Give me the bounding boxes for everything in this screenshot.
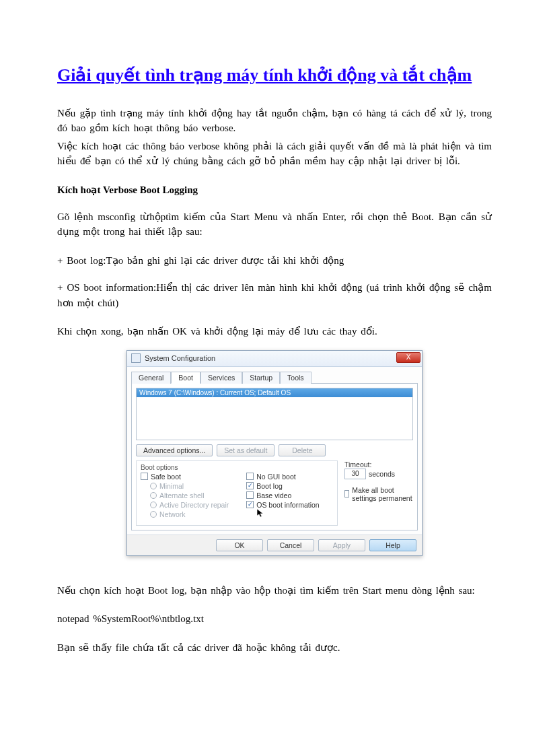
boot-options-group: Boot options Safe boot Minimal bbox=[136, 460, 338, 526]
help-button[interactable]: Help bbox=[369, 539, 416, 551]
safe-boot-label: Safe boot bbox=[151, 473, 181, 481]
tab-services[interactable]: Services bbox=[200, 372, 242, 384]
boot-options-left-col: Safe boot Minimal Alternate shell bbox=[141, 473, 229, 521]
osbootinfo-checkbox[interactable]: ✓ OS boot information bbox=[246, 501, 319, 509]
basevideo-label: Base video bbox=[256, 491, 291, 500]
bootlog-label: Boot log bbox=[256, 482, 283, 490]
checkbox-checked-icon: ✓ bbox=[246, 482, 254, 489]
paragraph-2: Việc kích hoạt các thông báo verbose khô… bbox=[57, 139, 492, 169]
minimal-radio: Minimal bbox=[141, 482, 229, 490]
os-listbox[interactable]: Windows 7 (C:\Windows) : Current OS; Def… bbox=[136, 388, 413, 440]
set-default-button[interactable]: Set as default bbox=[217, 444, 274, 456]
permanent-checkbox[interactable]: Make all boot settings permanent bbox=[344, 486, 413, 502]
tab-strip: General Boot Services Startup Tools bbox=[127, 367, 422, 383]
boot-options-right-col: No GUI boot ✓ Boot log Base video bbox=[246, 473, 319, 521]
osbootinfo-label: OS boot information bbox=[256, 501, 319, 509]
cancel-button[interactable]: Cancel bbox=[267, 539, 314, 551]
mid-button-row: Advanced options... Set as default Delet… bbox=[136, 444, 413, 456]
adrepair-radio: Active Directory repair bbox=[141, 501, 229, 509]
adrepair-label: Active Directory repair bbox=[159, 501, 229, 509]
altshell-radio: Alternate shell bbox=[141, 491, 229, 500]
system-configuration-dialog: System Configuration X General Boot Serv… bbox=[126, 350, 423, 556]
network-radio: Network bbox=[141, 510, 229, 518]
checkbox-icon bbox=[344, 490, 349, 497]
radio-icon bbox=[150, 483, 157, 489]
dialog-titlebar: System Configuration X bbox=[127, 351, 422, 367]
paragraph-8: notepad %SystemRoot%\ntbtlog.txt bbox=[57, 611, 492, 627]
permanent-label: Make all boot settings permanent bbox=[352, 486, 413, 502]
paragraph-1: Nếu gặp tình trạng máy tính khởi động ha… bbox=[57, 106, 492, 136]
basevideo-checkbox[interactable]: Base video bbox=[246, 491, 319, 500]
tab-startup[interactable]: Startup bbox=[242, 372, 280, 384]
page-title: Giải quyết tình trạng máy tính khởi động… bbox=[57, 64, 492, 87]
delete-button[interactable]: Delete bbox=[279, 444, 326, 456]
dialog-title: System Configuration bbox=[145, 354, 215, 362]
timeout-label: Timeout: bbox=[344, 460, 413, 469]
ok-button[interactable]: OK bbox=[216, 539, 263, 551]
radio-icon bbox=[150, 492, 157, 499]
network-label: Network bbox=[159, 510, 186, 518]
checkbox-icon bbox=[246, 491, 254, 499]
checkbox-checked-icon: ✓ bbox=[246, 501, 254, 508]
dialog-button-row: OK Cancel Apply Help bbox=[127, 535, 422, 555]
paragraph-3: Gõ lệnh msconfig từhộptìm kiếm của Start… bbox=[57, 209, 492, 240]
nogui-checkbox[interactable]: No GUI boot bbox=[246, 473, 319, 481]
paragraph-7: Nếu chọn kích hoạt Boot log, bạn nhập và… bbox=[57, 583, 492, 598]
paragraph-6: Khi chọn xong, bạn nhấn OK và khởi động … bbox=[57, 324, 492, 339]
safe-boot-checkbox[interactable]: Safe boot bbox=[141, 473, 229, 481]
bootlog-checkbox[interactable]: ✓ Boot log bbox=[246, 482, 319, 490]
radio-icon bbox=[150, 502, 157, 508]
close-button[interactable]: X bbox=[396, 352, 420, 363]
minimal-label: Minimal bbox=[159, 482, 184, 490]
advanced-options-button[interactable]: Advanced options... bbox=[136, 444, 213, 456]
dialog-container: System Configuration X General Boot Serv… bbox=[57, 350, 492, 556]
tab-boot[interactable]: Boot bbox=[171, 372, 200, 384]
cursor-icon bbox=[257, 509, 330, 520]
timeout-column: Timeout: 30 seconds Make all boot settin… bbox=[344, 460, 413, 526]
tab-tools[interactable]: Tools bbox=[280, 372, 312, 384]
section-heading: Kích hoạt Verbose Boot Logging bbox=[57, 184, 492, 196]
app-icon bbox=[131, 353, 141, 363]
apply-button[interactable]: Apply bbox=[318, 539, 365, 551]
altshell-label: Alternate shell bbox=[159, 491, 205, 500]
boot-options-legend: Boot options bbox=[141, 464, 333, 471]
radio-icon bbox=[150, 511, 157, 518]
paragraph-9: Bạn sẽ thấy file chứa tất cả các driver … bbox=[57, 640, 492, 656]
timeout-group: Timeout: 30 seconds bbox=[344, 460, 413, 479]
tab-general[interactable]: General bbox=[131, 372, 171, 384]
checkbox-icon bbox=[246, 473, 254, 480]
nogui-label: No GUI boot bbox=[256, 473, 295, 481]
timeout-input[interactable]: 30 bbox=[344, 469, 366, 479]
os-list-item[interactable]: Windows 7 (C:\Windows) : Current OS; Def… bbox=[137, 388, 412, 397]
timeout-unit: seconds bbox=[369, 470, 395, 478]
checkbox-icon bbox=[141, 473, 148, 480]
paragraph-4: + Boot log:Tạo bản ghi ghi lại các drive… bbox=[57, 253, 492, 269]
options-row: Boot options Safe boot Minimal bbox=[136, 460, 413, 526]
paragraph-5: + OS boot information:Hiển thị các drive… bbox=[57, 280, 492, 310]
tab-boot-body: Windows 7 (C:\Windows) : Current OS; Def… bbox=[131, 383, 418, 530]
